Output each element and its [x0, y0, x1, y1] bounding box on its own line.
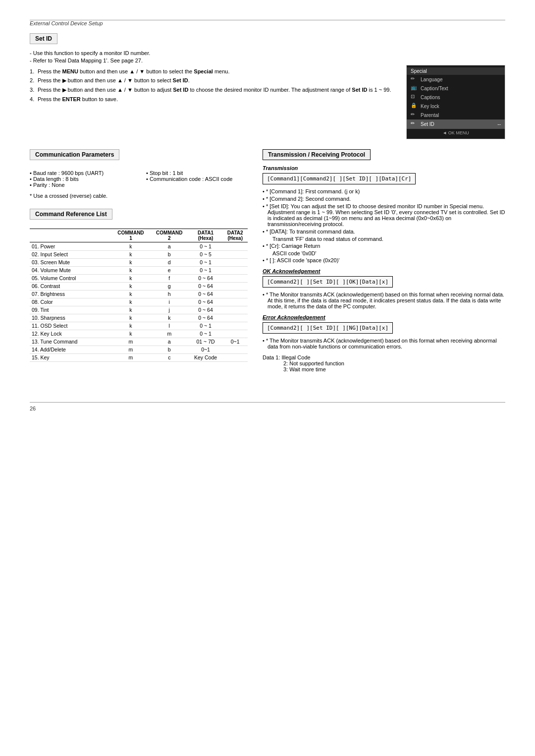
- table-row: 01. Power k a 0 ~ 1: [30, 242, 248, 251]
- header: External Control Device Setup: [30, 20, 505, 28]
- transmission-notes: * [Command 1]: First command. (j or k) *…: [263, 188, 505, 263]
- data-code-2: 2: Not supported function: [263, 360, 344, 366]
- menu-item-language: ✏ Language: [407, 75, 505, 84]
- cmd1: k: [111, 314, 150, 322]
- tx-note-1: * [Command 1]: First command. (j or k): [263, 188, 505, 194]
- set-id-bullets: Use this function to specify a monitor I…: [30, 50, 396, 63]
- data2: [222, 274, 248, 282]
- error-ack-note-1: * The Monitor transmits ACK (acknowledge…: [263, 338, 505, 349]
- col-name: [30, 229, 111, 242]
- table-row: 15. Key m c Key Code: [30, 353, 248, 361]
- cmd-name: 10. Sharpness: [30, 314, 111, 322]
- data2: [222, 250, 248, 258]
- data1: 0~1: [189, 346, 223, 353]
- data1: Key Code: [189, 353, 223, 361]
- menu-label-parental: Parental: [421, 113, 439, 118]
- transmission-syntax: [Command1][Command2][ ][Set ID][ ][Data]…: [263, 173, 416, 184]
- cmd2: i: [150, 298, 189, 306]
- data1: 0 ~ 64: [189, 298, 223, 306]
- tx-subnote-2: ASCII code '0x0D': [263, 250, 505, 256]
- comm-param-stop: Stop bit : 1 bit: [146, 170, 248, 176]
- left-column: Communication Parameters Baud rate : 960…: [30, 149, 248, 382]
- col-cmd1: COMMAND1: [111, 229, 150, 242]
- comm-note: * Use a crossed (reverse) cable.: [30, 193, 248, 199]
- menu-label-captions: Captions: [421, 95, 440, 100]
- menu-item-captions: ⊡ Captions: [407, 93, 505, 102]
- cmd-table-body: 01. Power k a 0 ~ 1 02. Input Select k b…: [30, 242, 248, 362]
- cmd-name: 07. Brightness: [30, 290, 111, 298]
- cmd-name: 05. Volume Control: [30, 274, 111, 282]
- caption-icon: ⊡: [411, 94, 418, 101]
- menu-label-setid: Set ID: [421, 121, 434, 127]
- cmd2: l: [150, 322, 189, 330]
- cmd1: k: [111, 242, 150, 251]
- cmd1: m: [111, 338, 150, 346]
- menu-label-language: Language: [421, 77, 443, 82]
- data1: 0 ~ 1: [189, 330, 223, 338]
- cmd-table: COMMAND1 COMMAND2 DATA1(Hexa) DATA2(Hexa…: [30, 229, 248, 362]
- menu-title: Special: [407, 67, 505, 75]
- cmd2: b: [150, 250, 189, 258]
- table-row: 10. Sharpness k k 0 ~ 64: [30, 314, 248, 322]
- data2: [222, 266, 248, 274]
- data2: [222, 290, 248, 298]
- pencil-icon: ✏: [411, 76, 418, 83]
- data2: [222, 282, 248, 290]
- data2: [222, 346, 248, 353]
- set-id-title: Set ID: [30, 33, 57, 44]
- cmd-name: 11. OSD Select: [30, 322, 111, 330]
- ok-ack-heading: OK Acknowledgement: [263, 268, 505, 274]
- page: External Control Device Setup Set ID Use…: [0, 0, 535, 441]
- comm-param-length: Data length : 8 bits: [30, 176, 131, 182]
- set-id-bullet-1: Use this function to specify a monitor I…: [30, 50, 396, 56]
- tv-icon: 📺: [411, 85, 418, 92]
- set-id-content: Use this function to specify a monitor I…: [30, 50, 505, 139]
- table-row: 14. Add/Delete m b 0~1: [30, 346, 248, 353]
- cmd1: k: [111, 290, 150, 298]
- page-footer: 26: [30, 402, 505, 411]
- lock-icon: 🔒: [411, 103, 418, 110]
- menu-footer: ◄ OK MENU: [407, 128, 505, 137]
- set-id-step-1: Press the MENU button and then use ▲ / ▼…: [30, 68, 396, 74]
- table-row: 09. Tint k j 0 ~ 64: [30, 306, 248, 314]
- cmd-name: 08. Color: [30, 298, 111, 306]
- comm-param-baud: Baud rate : 9600 bps (UART): [30, 170, 131, 176]
- data-codes-section: Data 1: Illegal Code 2: Not supported fu…: [263, 354, 505, 372]
- cmd-name: 04. Volume Mute: [30, 266, 111, 274]
- data-code-3: 3: Wait more time: [263, 366, 326, 372]
- ok-ack-section: OK Acknowledgement [Command2][ ][Set ID]…: [263, 268, 505, 309]
- cmd1: k: [111, 322, 150, 330]
- col-data2: DATA2(Hexa): [222, 229, 248, 242]
- comm-params-left: Baud rate : 9600 bps (UART) Data length …: [30, 170, 131, 188]
- cmd-name: 02. Input Select: [30, 250, 111, 258]
- data1: 0 ~ 64: [189, 290, 223, 298]
- cmd1: k: [111, 258, 150, 266]
- tx-note-4: * [DATA]: To transmit command data.: [263, 229, 505, 234]
- ok-ack-syntax: [Command2][ ][Set ID][ ][OK][Data][x]: [263, 276, 393, 288]
- set-id-section: Set ID Use this function to specify a mo…: [30, 33, 505, 139]
- cmd1: k: [111, 282, 150, 290]
- cmd1: k: [111, 266, 150, 274]
- data-codes-heading: Data 1: Illegal Code: [263, 354, 311, 360]
- cmd2: h: [150, 290, 189, 298]
- table-row: 03. Screen Mute k d 0 ~ 1: [30, 258, 248, 266]
- data2: [222, 353, 248, 361]
- tx-subnote-1: Transmit 'FF' data to read status of com…: [263, 236, 505, 242]
- main-content: Communication Parameters Baud rate : 960…: [30, 149, 505, 382]
- data1: 01 ~ 7D: [189, 338, 223, 346]
- page-number: 26: [30, 406, 36, 411]
- menu-item-parental: ✏ Parental: [407, 111, 505, 119]
- protocol-section: Transmission / Receiving Protocol Transm…: [263, 149, 505, 372]
- cmd1: k: [111, 306, 150, 314]
- table-row: 02. Input Select k b 0 ~ 5: [30, 250, 248, 258]
- menu-screenshot: Special ✏ Language 📺 Caption/Text ⊡ Capt…: [406, 65, 505, 139]
- cmd-name: 15. Key: [30, 353, 111, 361]
- error-ack-section: Error Acknowledgement [Command2][ ][Set …: [263, 314, 505, 349]
- cmd-name: 12. Key Lock: [30, 330, 111, 338]
- comm-param-code: Communication code : ASCII code: [146, 176, 248, 182]
- cmd-ref-section: Command Reference List COMMAND1 COMMAND2…: [30, 209, 248, 362]
- cmd2: j: [150, 306, 189, 314]
- setid-icon: ✏: [411, 120, 418, 127]
- cmd2: m: [150, 330, 189, 338]
- cmd-name: 13. Tune Command: [30, 338, 111, 346]
